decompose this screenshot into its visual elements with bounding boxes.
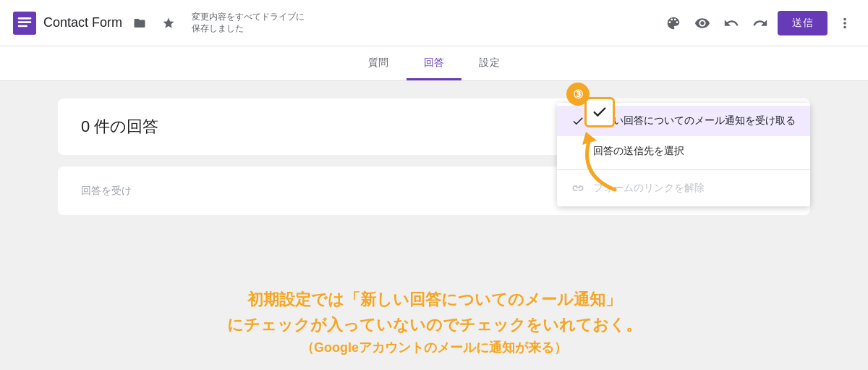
svg-rect-3 bbox=[18, 25, 27, 27]
more-button[interactable] bbox=[833, 12, 856, 35]
arrow-container bbox=[557, 125, 644, 200]
app-icon bbox=[12, 10, 38, 36]
tab-responses[interactable]: 回答 bbox=[407, 48, 462, 80]
annotation-line2: にチェックが入っていないのでチェックをいれておく。 bbox=[58, 312, 810, 337]
main-area: 0 件の回答 回答を受け ③ 新しい回答についてのメール通知を受け取る 回答の送… bbox=[0, 81, 868, 370]
step-badge: ③ bbox=[566, 83, 590, 106]
redo-button[interactable] bbox=[749, 12, 772, 35]
tab-settings[interactable]: 設定 bbox=[461, 48, 517, 80]
annotation-line1: 初期設定では「新しい回答についてのメール通知」 bbox=[58, 287, 810, 312]
folder-button[interactable] bbox=[128, 12, 151, 35]
header-right: 送信 bbox=[662, 11, 856, 35]
undo-button[interactable] bbox=[720, 12, 743, 35]
tabs-bar: 質問 回答 設定 bbox=[0, 46, 868, 81]
checkbox-highlight[interactable] bbox=[584, 97, 615, 127]
svg-rect-1 bbox=[18, 17, 32, 20]
palette-button[interactable] bbox=[662, 12, 685, 35]
annotation-overlay: 初期設定では「新しい回答についてのメール通知」 にチェックが入っていないのでチェ… bbox=[0, 275, 868, 370]
preview-button[interactable] bbox=[691, 12, 714, 35]
step-number: ③ bbox=[573, 88, 583, 101]
response-count: 0 件の回答 bbox=[81, 117, 158, 135]
annotation-text: 初期設定では「新しい回答についてのメール通知」 にチェックが入っていないのでチェ… bbox=[58, 287, 810, 358]
bottom-card-text1: 回答を受け bbox=[81, 185, 132, 196]
tab-questions[interactable]: 質問 bbox=[351, 48, 407, 80]
app-header: Contact Form 変更内容をすべてドライブに 保存しました bbox=[0, 0, 868, 46]
header-left: Contact Form 変更内容をすべてドライブに 保存しました bbox=[12, 10, 662, 36]
save-status: 変更内容をすべてドライブに 保存しました bbox=[192, 12, 305, 34]
doc-title: Contact Form bbox=[43, 15, 122, 30]
svg-rect-2 bbox=[18, 21, 32, 23]
annotation-line3: （Googleアカウントのメールに通知が来る） bbox=[58, 337, 810, 358]
send-button[interactable]: 送信 bbox=[778, 11, 827, 35]
star-button[interactable] bbox=[157, 12, 180, 35]
